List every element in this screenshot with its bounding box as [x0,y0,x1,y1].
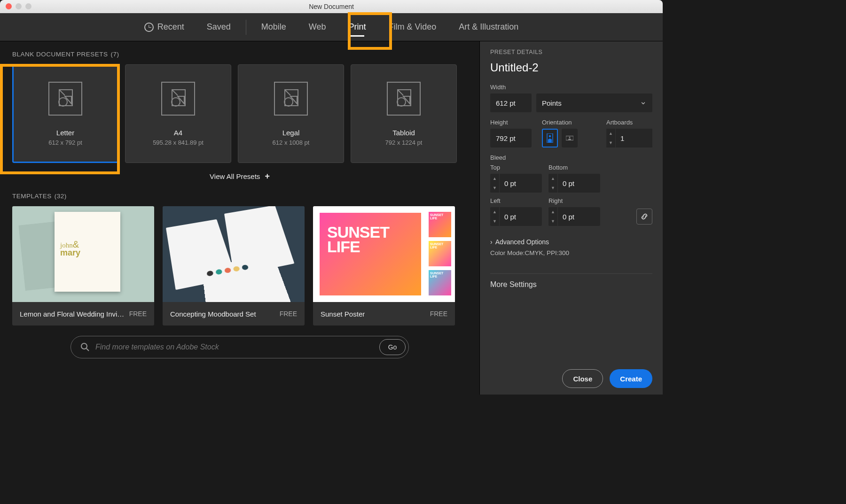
templates-section-label: TEMPLATES(32) [12,193,467,200]
category-tab-bar: Recent Saved Mobile Web Print Film & Vid… [0,13,663,41]
tab-art-illustration[interactable]: Art & Illustration [447,13,530,41]
svg-point-0 [59,98,67,106]
bleed-top-label: Top [490,164,542,171]
bleed-right-input[interactable]: ▲▼0 pt [548,207,600,226]
document-icon [274,82,308,116]
template-sunset-poster[interactable]: SUNSETLIFE SUNSETLIFE SUNSETLIFE SUNSETL… [313,206,455,326]
document-icon [387,82,421,116]
orientation-landscape-button[interactable] [562,129,578,147]
svg-point-3 [397,98,406,106]
window-titlebar: New Document [0,0,663,13]
bleed-left-label: Left [490,197,542,204]
link-bleed-values-button[interactable] [636,209,652,225]
preset-details-label: PRESET DETAILS [490,49,652,55]
orientation-portrait-button[interactable] [542,129,558,147]
svg-point-9 [569,137,571,138]
presets-templates-pane: BLANK DOCUMENT PRESETS(7) Letter 612 x 7… [0,41,479,395]
artboards-input[interactable] [616,129,652,147]
bleed-bottom-input[interactable]: ▲▼0 pt [548,174,600,193]
tab-mobile[interactable]: Mobile [250,13,298,41]
svg-point-7 [549,135,551,138]
traffic-lights [6,3,31,9]
chevron-right-icon: › [490,238,493,246]
bleed-label: Bleed [490,154,652,161]
document-name[interactable]: Untitled-2 [490,61,652,74]
go-button[interactable]: Go [379,339,406,355]
artboards-label: Artboards [606,119,652,126]
template-moodboard[interactable]: Concepting Moodboard SetFREE [163,206,305,326]
stepper-up-icon[interactable]: ▲ [606,129,615,138]
create-button[interactable]: Create [610,369,652,388]
link-icon [640,212,649,221]
bleed-bottom-label: Bottom [548,164,600,171]
template-thumbnail: john&mary [12,206,154,302]
document-icon [48,82,82,116]
width-label: Width [490,84,652,91]
presets-section-label: BLANK DOCUMENT PRESETS(7) [12,51,467,58]
tab-saved[interactable]: Saved [196,13,242,41]
plus-icon: + [265,171,270,181]
template-grid: john&mary Lemon and Floral Wedding Invit… [12,206,467,326]
units-select[interactable]: Points [536,93,652,112]
minimize-window-icon[interactable] [16,3,22,9]
close-button[interactable]: Close [562,369,603,388]
window-title: New Document [309,3,354,10]
more-settings-button[interactable]: More Settings [490,273,652,369]
advanced-options-toggle[interactable]: ›Advanced Options [490,238,652,246]
color-mode-label: Color Mode:CMYK, PPI:300 [490,249,652,256]
search-icon [80,342,90,352]
stepper-down-icon[interactable]: ▼ [606,138,615,147]
bleed-top-input[interactable]: ▲▼0 pt [490,174,542,193]
svg-point-2 [284,98,293,106]
bleed-left-input[interactable]: ▲▼0 pt [490,207,542,226]
template-wedding-invitation[interactable]: john&mary Lemon and Floral Wedding Invit… [12,206,154,326]
height-input[interactable]: 792 pt [490,129,532,147]
tab-web[interactable]: Web [298,13,337,41]
close-window-icon[interactable] [6,3,12,9]
preset-tabloid[interactable]: Tabloid 792 x 1224 pt [351,64,457,163]
stock-search-input[interactable] [95,343,374,351]
preset-legal[interactable]: Legal 612 x 1008 pt [238,64,344,163]
preset-a4[interactable]: A4 595.28 x 841.89 pt [125,64,231,163]
svg-line-5 [86,349,89,351]
view-all-presets-button[interactable]: View All Presets+ [12,171,467,181]
clock-icon [144,23,154,32]
height-label: Height [490,119,533,126]
bleed-right-label: Right [548,197,600,204]
preset-grid: Letter 612 x 792 pt A4 595.28 x 841.89 p… [12,64,467,163]
stock-search-bar: Go [70,336,409,358]
preset-details-panel: PRESET DETAILS Untitled-2 Width 612 pt P… [479,41,663,395]
svg-point-4 [81,343,87,349]
template-thumbnail [163,206,305,302]
tab-recent[interactable]: Recent [133,13,196,41]
artboards-stepper[interactable]: ▲▼ [606,129,652,147]
width-input[interactable]: 612 pt [490,93,532,112]
separator [246,20,246,35]
zoom-window-icon[interactable] [25,3,31,9]
highlight-print-tab [348,12,392,50]
svg-point-1 [172,98,180,106]
preset-letter[interactable]: Letter 612 x 792 pt [12,64,118,163]
orientation-label: Orientation [542,119,578,126]
document-icon [161,82,195,116]
template-thumbnail: SUNSETLIFE SUNSETLIFE SUNSETLIFE SUNSETL… [313,206,455,302]
